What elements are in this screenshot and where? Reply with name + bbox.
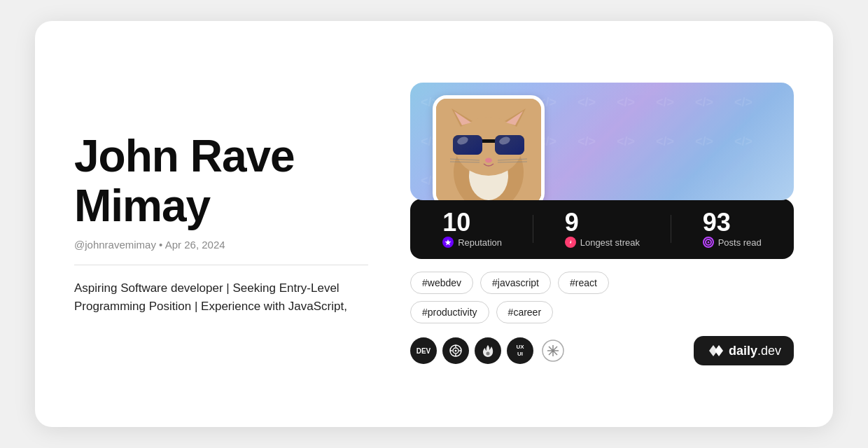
- tag-career[interactable]: #career: [496, 301, 553, 323]
- daily-dev-text: daily.dev: [729, 344, 781, 358]
- posts-label: Posts read: [718, 237, 762, 248]
- stat-divider-1: [533, 215, 533, 243]
- right-panel: </> </> </> </> </> </> </> </> </> </> …: [410, 83, 794, 365]
- source-icons: DEV: [410, 337, 564, 364]
- svg-rect-10: [453, 135, 482, 155]
- tag-javascript[interactable]: #javascript: [480, 272, 551, 294]
- tags-row-1: #webdev #javascript #react: [410, 272, 794, 294]
- user-meta: @johnravemimay • Apr 26, 2024: [74, 239, 368, 251]
- svg-rect-12: [495, 135, 524, 155]
- source-dev-icon: DEV: [410, 337, 437, 364]
- bottom-row: DEV: [410, 336, 794, 365]
- svg-marker-20: [445, 239, 451, 246]
- streak-icon: [565, 237, 576, 248]
- reputation-value: 10: [442, 210, 470, 235]
- user-avatar: [433, 95, 545, 200]
- source-uxui-icon: UXUI: [507, 337, 533, 364]
- reputation-icon: [442, 237, 454, 248]
- stat-streak: 9 Longest streak: [565, 210, 640, 248]
- tags-row-2: #productivity #career: [410, 301, 794, 323]
- source-fire-icon: [475, 337, 501, 364]
- tag-react[interactable]: #react: [558, 272, 609, 294]
- user-handle: @johnravemimay: [74, 239, 156, 251]
- stat-divider-2: [671, 215, 671, 243]
- divider: [74, 265, 368, 265]
- stats-bar: 10 Reputation 9 Longest: [410, 199, 794, 259]
- source-target-icon: [442, 337, 469, 364]
- svg-point-15: [485, 158, 492, 163]
- user-full-name: John Rave Mimay: [74, 132, 368, 230]
- svg-point-23: [707, 241, 709, 244]
- svg-point-26: [455, 350, 457, 352]
- reputation-label: Reputation: [458, 237, 502, 248]
- svg-point-31: [486, 352, 490, 356]
- user-join-date: Apr 26, 2024: [165, 239, 225, 251]
- daily-dev-logo: daily.dev: [694, 336, 794, 365]
- stat-posts: 93 Posts read: [703, 210, 762, 248]
- svg-point-37: [552, 349, 554, 352]
- left-panel: John Rave Mimay @johnravemimay • Apr 26,…: [74, 132, 368, 316]
- stat-reputation: 10 Reputation: [442, 210, 502, 248]
- posts-icon: [703, 237, 714, 248]
- daily-dev-logo-icon: [706, 343, 724, 358]
- profile-banner: </> </> </> </> </> </> </> </> </> </> …: [410, 83, 794, 200]
- profile-banner-container: </> </> </> </> </> </> </> </> </> </> …: [410, 83, 794, 259]
- streak-label: Longest streak: [580, 237, 640, 248]
- streak-value: 9: [565, 210, 579, 235]
- avatar-image: [436, 99, 541, 200]
- user-bio: Aspiring Software developer | Seeking En…: [74, 279, 368, 316]
- tag-productivity[interactable]: #productivity: [410, 301, 489, 323]
- tag-webdev[interactable]: #webdev: [410, 272, 473, 294]
- source-extra-icon: [542, 340, 564, 362]
- posts-value: 93: [703, 210, 731, 235]
- profile-card: John Rave Mimay @johnravemimay • Apr 26,…: [35, 21, 833, 427]
- tags-section: #webdev #javascript #react #productivity…: [410, 272, 794, 323]
